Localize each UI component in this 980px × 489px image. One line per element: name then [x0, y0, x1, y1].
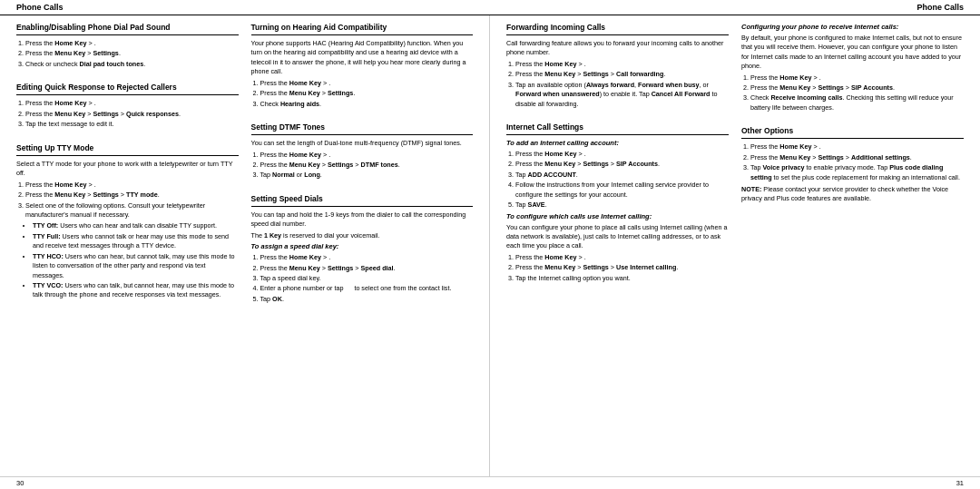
- configure-internet-title: Configuring your phone to receive Intern…: [741, 23, 964, 32]
- dial-pad-title: Enabling/Disabling Phone Dial Pad Sound: [16, 23, 239, 33]
- other-options-title: Other Options: [741, 126, 964, 136]
- footer-bar: 30 31: [0, 476, 980, 489]
- page-container: Phone Calls Phone Calls Enabling/Disabli…: [0, 0, 980, 489]
- left-page: Enabling/Disabling Phone Dial Pad Sound …: [0, 15, 490, 476]
- section-tty-mode: Setting Up TTY Mode Select a TTY mode fo…: [16, 143, 239, 302]
- left-header-title: Phone Calls: [16, 3, 64, 12]
- internet-calls-title: Internet Call Settings: [506, 122, 729, 132]
- speed-dials-body: You can tap and hold the 1-9 keys from t…: [251, 210, 474, 304]
- header-bar: Phone Calls Phone Calls: [0, 0, 980, 15]
- add-account-subheading: To add an Internet calling account:: [506, 139, 729, 149]
- right-col-1: Forwarding Incoming Calls Call forwardin…: [506, 23, 729, 469]
- section-speed-dials: Setting Speed Dials You can tap and hold…: [251, 194, 474, 306]
- quick-response-title: Editing Quick Response to Rejected Calle…: [16, 83, 239, 93]
- left-col-2: Turning on Hearing Aid Compatibility You…: [251, 23, 474, 469]
- right-col-2: Configuring your phone to receive Intern…: [741, 23, 964, 469]
- section-forwarding: Forwarding Incoming Calls Call forwardin…: [506, 23, 729, 111]
- internet-calls-body: To add an Internet calling account: Pres…: [506, 139, 729, 283]
- dtmf-body: You can set the length of Dual-tone mult…: [251, 139, 474, 181]
- section-configure-internet: Configuring your phone to receive Intern…: [741, 23, 964, 114]
- section-dial-pad: Enabling/Disabling Phone Dial Pad Sound …: [16, 23, 239, 71]
- configure-internet-body: By default, your phone is configured to …: [741, 34, 964, 113]
- tty-mode-title: Setting Up TTY Mode: [16, 143, 239, 153]
- right-page: Forwarding Incoming Calls Call forwardin…: [490, 15, 980, 476]
- left-col-1: Enabling/Disabling Phone Dial Pad Sound …: [16, 23, 239, 469]
- configure-calls-subheading: To configure which calls use Internet ca…: [506, 212, 729, 222]
- section-dtmf: Setting DTMF Tones You can set the lengt…: [251, 122, 474, 182]
- right-header-title: Phone Calls: [916, 3, 964, 12]
- other-options-body: Press the Home Key > . Press the Menu Ke…: [741, 142, 964, 204]
- hearing-aid-title: Turning on Hearing Aid Compatibility: [251, 23, 474, 33]
- section-other-options: Other Options Press the Home Key > . Pre…: [741, 126, 964, 206]
- content-area: Enabling/Disabling Phone Dial Pad Sound …: [0, 15, 980, 476]
- forwarding-title: Forwarding Incoming Calls: [506, 23, 729, 33]
- speed-dials-subheading: To assign a speed dial key:: [251, 242, 474, 252]
- tty-mode-body: Select a TTY mode for your phone to work…: [16, 160, 239, 300]
- right-page-num: 31: [956, 479, 964, 487]
- speed-dials-title: Setting Speed Dials: [251, 194, 474, 204]
- dial-pad-body: Press the Home Key > . Press the Menu Ke…: [16, 39, 239, 69]
- left-page-num: 30: [16, 479, 24, 487]
- forwarding-body: Call forwarding feature allows you to fo…: [506, 39, 729, 109]
- section-quick-response: Editing Quick Response to Rejected Calle…: [16, 83, 239, 131]
- quick-response-body: Press the Home Key > . Press the Menu Ke…: [16, 99, 239, 129]
- section-internet-calls: Internet Call Settings To add an Interne…: [506, 122, 729, 285]
- hearing-aid-body: Your phone supports HAC (Hearing Aid Com…: [251, 39, 474, 109]
- section-hearing-aid: Turning on Hearing Aid Compatibility You…: [251, 23, 474, 111]
- dtmf-title: Setting DTMF Tones: [251, 122, 474, 132]
